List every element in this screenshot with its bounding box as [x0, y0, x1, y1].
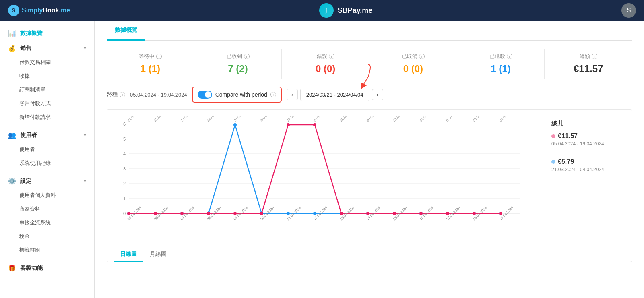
sidebar-item-dashboard[interactable]: 📊 數據概覽 [0, 26, 94, 41]
svg-text:23.03.2024: 23.03.2024 [180, 116, 195, 122]
stat-label-cancelled: 已取消 i [369, 53, 457, 60]
sidebar-section-users[interactable]: 👥 使用者 ▾ [0, 128, 94, 143]
legend-item-1: €11.57 05.04.2024 - 19.04.2024 [551, 132, 619, 147]
sidebar-item-labels[interactable]: 標籤群組 [0, 243, 94, 257]
svg-text:5: 5 [123, 137, 126, 141]
legend-item-2: €5.79 21.03.2024 - 04.04.2024 [551, 158, 619, 172]
svg-text:02.04.2024: 02.04.2024 [445, 116, 461, 122]
svg-text:04.04.2024: 04.04.2024 [498, 116, 514, 122]
stat-label-refunded: 已退款 i [457, 53, 545, 60]
stat-label-pending: 等待中 i [107, 53, 194, 60]
currency-label: 幣種 i [107, 91, 125, 98]
stat-label-total: 總額 i [545, 53, 632, 60]
chart-svg: 6 5 4 3 2 1 0 21.03.2024 22.03.2024 [114, 116, 524, 241]
sidebar-settings-label: 設定 [20, 178, 31, 185]
header-center: ∫ SBPay.me [319, 3, 373, 18]
svg-text:03.04.2024: 03.04.2024 [472, 116, 487, 122]
sidebar-item-business-info[interactable]: 商家資料 [0, 202, 94, 216]
legend-divider [551, 153, 619, 153]
sidebar-item-receipts[interactable]: 收據 [0, 69, 94, 83]
svg-text:26.03.2024: 26.03.2024 [259, 116, 275, 122]
prev-period-button[interactable]: ‹ [287, 89, 298, 100]
compare-toggle[interactable] [198, 91, 212, 99]
logo: S SimplyBook.me [8, 5, 70, 16]
content-inner: 數據概覽 等待中 i 1 (1) 已收到 i 7 (2) [95, 21, 644, 277]
header: S SimplyBook.me ∫ SBPay.me S [0, 0, 644, 21]
settings-icon: ⚙️ [8, 177, 16, 185]
sidebar-item-user-profile[interactable]: 使用者個人資料 [0, 188, 94, 202]
stat-card-error: 錯誤 i 0 (0) [282, 49, 369, 79]
svg-text:25.03.2024: 25.03.2024 [233, 116, 248, 122]
legend-title: 總共 [551, 120, 619, 128]
sidebar-users-label: 使用者 [20, 132, 37, 139]
sidebar-item-usage-log[interactable]: 系統使用記錄 [0, 156, 94, 170]
info-icon-error[interactable]: i [329, 54, 334, 59]
tab-daily[interactable]: 日線圖 [114, 247, 143, 262]
compare-date-range: 2024/03/21 - 2024/04/04 [300, 89, 369, 101]
stats-row: 等待中 i 1 (1) 已收到 i 7 (2) 錯誤 i [107, 49, 632, 79]
chart-icon: 📊 [8, 29, 16, 37]
info-icon-pending[interactable]: i [156, 54, 162, 59]
svg-text:21.03.2024: 21.03.2024 [126, 116, 142, 122]
info-icon-currency[interactable]: i [120, 92, 125, 97]
header-title: SBPay.me [338, 6, 373, 15]
stat-value-received: 7 (2) [194, 63, 282, 74]
svg-text:28.03.2024: 28.03.2024 [312, 116, 328, 122]
next-period-button[interactable]: › [372, 89, 383, 100]
chart-container: 6 5 4 3 2 1 0 21.03.2024 22.03.2024 [107, 109, 632, 262]
svg-text:29.03.2024: 29.03.2024 [339, 116, 355, 122]
sidebar-section-settings[interactable]: ⚙️ 設定 ▾ [0, 174, 94, 188]
svg-point-51 [313, 123, 316, 126]
sidebar-item-users[interactable]: 使用者 [0, 143, 94, 156]
svg-text:31.03.2024: 31.03.2024 [392, 116, 408, 122]
users-icon: 👥 [8, 131, 16, 139]
sales-icon: 💰 [8, 44, 16, 52]
svg-text:27.03.2024: 27.03.2024 [286, 116, 301, 122]
compare-nav: ‹ 2024/03/21 - 2024/04/04 › [287, 89, 383, 101]
compare-label: Compare with period [215, 91, 267, 98]
legend-date-1: 05.04.2024 - 19.04.2024 [551, 141, 619, 147]
info-icon-compare[interactable]: i [270, 92, 276, 97]
svg-text:4: 4 [123, 151, 126, 156]
svg-point-50 [287, 123, 290, 126]
legend-dot-1 [551, 134, 555, 138]
sidebar-item-new-payment[interactable]: 新增付款請求 [0, 110, 94, 124]
svg-text:01.04.2024: 01.04.2024 [419, 116, 434, 122]
logo-icon: S [8, 5, 19, 16]
sidebar-section-sales[interactable]: 💰 銷售 ▾ [0, 41, 94, 56]
current-date-range: 05.04.2024 - 19.04.2024 [130, 92, 187, 98]
chart-legend: 總共 €11.57 05.04.2024 - 19.04.2024 €5.79 [545, 116, 625, 262]
divider-3 [0, 259, 94, 259]
sidebar-item-payment-transactions[interactable]: 付款交易相關 [0, 56, 94, 69]
users-arrow-icon: ▾ [84, 132, 86, 138]
svg-text:2: 2 [123, 181, 126, 186]
tab-monthly[interactable]: 月線圖 [143, 247, 173, 262]
content: 數據概覽 等待中 i 1 (1) 已收到 i 7 (2) [95, 21, 644, 298]
svg-text:0: 0 [123, 211, 126, 216]
legend-value-2: €5.79 [551, 158, 619, 166]
stat-card-refunded: 已退款 i 1 (1) [457, 49, 545, 79]
sidebar-section-custom[interactable]: 🎁 客製功能 [0, 261, 94, 275]
divider-2 [0, 172, 94, 172]
avatar[interactable]: S [621, 3, 636, 18]
settings-arrow-icon: ▾ [84, 178, 86, 184]
sidebar-item-tax[interactable]: 稅金 [0, 230, 94, 243]
compare-bar: 幣種 i 05.04.2024 - 19.04.2024 Compare wit… [107, 87, 632, 103]
tab-dashboard[interactable]: 數據概覽 [107, 21, 145, 41]
sidebar-item-subscriptions[interactable]: 訂閱制清單 [0, 83, 94, 97]
logo-text: SimplyBook.me [22, 7, 70, 14]
info-icon-total[interactable]: i [592, 54, 597, 59]
stat-label-error: 錯誤 i [282, 53, 369, 60]
sidebar-item-payment-methods[interactable]: 客戶付款方式 [0, 97, 94, 110]
stat-card-pending: 等待中 i 1 (1) [107, 49, 194, 79]
info-icon-received[interactable]: i [244, 54, 250, 59]
info-icon-refunded[interactable]: i [507, 54, 512, 59]
tab-bar: 數據概覽 [107, 21, 632, 41]
info-icon-cancelled[interactable]: i [419, 54, 425, 59]
svg-text:3: 3 [123, 166, 126, 171]
stat-label-received: 已收到 i [194, 53, 282, 60]
legend-date-2: 21.03.2024 - 04.04.2024 [551, 167, 619, 172]
sidebar-item-payment-gateway[interactable]: 串接金流系統 [0, 216, 94, 230]
svg-point-33 [233, 123, 237, 126]
stat-card-received: 已收到 i 7 (2) [194, 49, 282, 79]
